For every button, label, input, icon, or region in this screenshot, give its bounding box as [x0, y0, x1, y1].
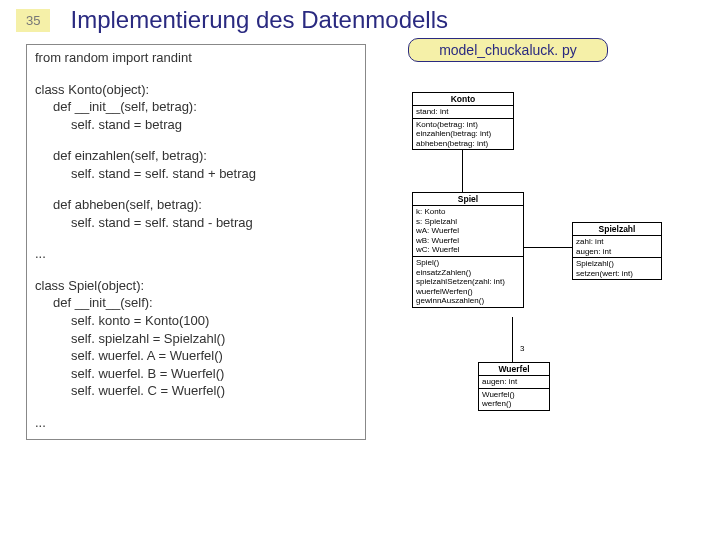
- uml-op: setzen(wert: int): [576, 269, 658, 279]
- code-line: self. spielzahl = Spielzahl(): [35, 330, 357, 348]
- uml-connector: [462, 150, 463, 192]
- code-line: from random import randint: [35, 49, 357, 67]
- code-line: def einzahlen(self, betrag):: [35, 147, 357, 165]
- uml-connector: [524, 247, 572, 248]
- uml-op: Spiel(): [416, 258, 520, 268]
- uml-attr: augen: int: [482, 377, 546, 387]
- uml-op: gewinnAuszahlen(): [416, 296, 520, 306]
- uml-op: werfen(): [482, 399, 546, 409]
- uml-attr: stand: int: [416, 107, 510, 117]
- uml-attr: wA: Wuerfel: [416, 226, 520, 236]
- code-line: ...: [35, 414, 357, 432]
- uml-attr: k: Konto: [416, 207, 520, 217]
- code-line: class Spiel(object):: [35, 277, 357, 295]
- code-line: self. wuerfel. B = Wuerfel(): [35, 365, 357, 383]
- slide-header: 35 Implementierung des Datenmodells: [0, 0, 720, 38]
- uml-attr: wB: Wuerfel: [416, 236, 520, 246]
- uml-attr: zahl: int: [576, 237, 658, 247]
- uml-connector: [512, 317, 513, 362]
- code-line: self. wuerfel. C = Wuerfel(): [35, 382, 357, 400]
- code-line: def __init__(self):: [35, 294, 357, 312]
- uml-op: Spielzahl(): [576, 259, 658, 269]
- uml-class-title: Konto: [413, 93, 513, 106]
- code-line: class Konto(object):: [35, 81, 357, 99]
- uml-class-title: Spielzahl: [573, 223, 661, 236]
- code-line: self. stand = self. stand - betrag: [35, 214, 357, 232]
- uml-class-title: Wuerfel: [479, 363, 549, 376]
- uml-op: einzahlen(betrag: int): [416, 129, 510, 139]
- uml-class-spielzahl: Spielzahl zahl: int augen: int Spielzahl…: [572, 222, 662, 280]
- uml-op: wuerfelWerfen(): [416, 287, 520, 297]
- code-line: self. konto = Konto(100): [35, 312, 357, 330]
- uml-attr: s: Spielzahl: [416, 217, 520, 227]
- uml-op: spielzahlSetzen(zahl: int): [416, 277, 520, 287]
- filename-label: model_chuckaluck. py: [408, 38, 608, 62]
- code-line: def abheben(self, betrag):: [35, 196, 357, 214]
- uml-op: abheben(betrag: int): [416, 139, 510, 149]
- uml-attr: augen: int: [576, 247, 658, 257]
- uml-class-konto: Konto stand: int Konto(betrag: int) einz…: [412, 92, 514, 150]
- code-line: def __init__(self, betrag):: [35, 98, 357, 116]
- code-line: self. stand = self. stand + betrag: [35, 165, 357, 183]
- page-number-badge: 35: [16, 9, 50, 32]
- uml-op: Wuerfel(): [482, 390, 546, 400]
- uml-class-title: Spiel: [413, 193, 523, 206]
- uml-op: Konto(betrag: int): [416, 120, 510, 130]
- uml-op: einsatzZahlen(): [416, 268, 520, 278]
- slide-title: Implementierung des Datenmodells: [70, 6, 448, 34]
- uml-class-spiel: Spiel k: Konto s: Spielzahl wA: Wuerfel …: [412, 192, 524, 308]
- uml-class-wuerfel: Wuerfel augen: int Wuerfel() werfen(): [478, 362, 550, 411]
- code-listing: from random import randint class Konto(o…: [26, 44, 366, 440]
- slide-content: from random import randint class Konto(o…: [0, 38, 720, 440]
- code-line: self. wuerfel. A = Wuerfel(): [35, 347, 357, 365]
- uml-attr: wC: Wuerfel: [416, 245, 520, 255]
- uml-multiplicity: 3: [520, 344, 524, 353]
- code-line: ...: [35, 245, 357, 263]
- code-line: self. stand = betrag: [35, 116, 357, 134]
